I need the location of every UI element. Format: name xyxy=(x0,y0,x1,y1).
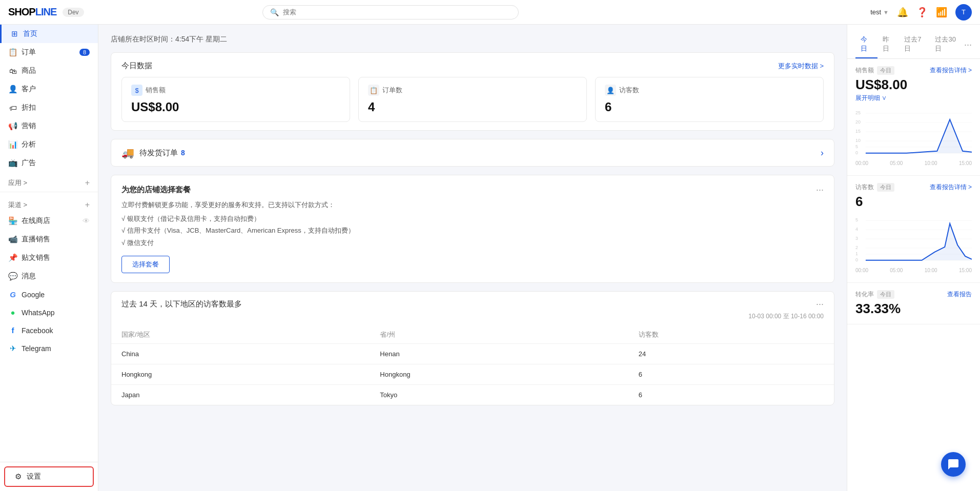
whatsapp-icon: ● xyxy=(8,308,17,317)
more-realtime-link[interactable]: 更多实时数据 > xyxy=(778,62,824,71)
settings-icon: ⚙ xyxy=(13,472,23,481)
row0-visitors: 24 xyxy=(628,344,834,364)
sidebar-label-live-sales: 直播销售 xyxy=(22,235,50,244)
sidebar-label-google: Google xyxy=(22,291,45,299)
plan-item-2: √ 微信支付 xyxy=(121,237,824,249)
plan-dots[interactable]: ··· xyxy=(816,185,824,195)
wifi-icon[interactable]: 📶 xyxy=(936,7,947,18)
visitor-header: 过去 14 天，以下地区的访客数最多 ··· xyxy=(111,292,834,310)
select-plan-btn[interactable]: 选择套餐 xyxy=(121,256,170,273)
rp-tab-7days[interactable]: 过去7日 xyxy=(899,31,930,58)
sidebar-item-live-sales[interactable]: 📹 直播销售 xyxy=(0,230,98,249)
stat-orders: 📋 订单数 4 xyxy=(358,77,587,122)
svg-marker-25 xyxy=(866,223,972,260)
sidebar-item-orders[interactable]: 📋 订单 8 xyxy=(0,43,98,62)
pending-orders-card[interactable]: 🚚 待发货订单 8 › xyxy=(111,139,834,167)
sidebar-label-whatsapp: WhatsApp xyxy=(22,309,55,317)
chat-fab-icon xyxy=(947,458,959,470)
stats-grid: $ 销售额 US$8.00 📋 订单数 4 👤 访客数 xyxy=(121,77,824,122)
rp-visitors-section: 访客数 今日 查看报告详情 > 6 5 4 3 2 1 0 xyxy=(847,176,980,283)
sidebar-label-marketing: 营销 xyxy=(22,121,36,131)
right-panel: 今日 昨日 过去7日 过去30日 ··· 销售额 今日 查看报告详情 > US$… xyxy=(847,25,980,491)
rp-tab-yesterday[interactable]: 昨日 xyxy=(877,31,900,58)
home-icon: ⊞ xyxy=(10,29,19,38)
rp-visitors-link[interactable]: 查看报告详情 > xyxy=(930,183,972,192)
table-row: China Henan 24 xyxy=(111,344,834,364)
sidebar-item-whatsapp[interactable]: ● WhatsApp xyxy=(0,303,98,321)
today-stats-card: 今日数据 更多实时数据 > $ 销售额 US$8.00 📋 订单数 4 xyxy=(111,52,834,131)
sidebar-item-customers[interactable]: 👤 客户 xyxy=(0,80,98,98)
sidebar-item-google[interactable]: G Google xyxy=(0,285,98,303)
analysis-icon: 📊 xyxy=(8,140,17,149)
visitor-dots[interactable]: ··· xyxy=(816,299,824,310)
sidebar-label-analysis: 分析 xyxy=(22,140,36,149)
live-sales-icon: 📹 xyxy=(8,235,17,244)
chat-fab-btn[interactable] xyxy=(941,452,966,477)
rp-sales-link[interactable]: 查看报告详情 > xyxy=(930,66,972,75)
channel-add-btn[interactable]: + xyxy=(85,200,90,210)
customers-icon: 👤 xyxy=(8,85,17,94)
col-visitors: 访客数 xyxy=(628,326,834,344)
rp-tab-more-icon[interactable]: ··· xyxy=(964,39,972,50)
sidebar-label-ads: 广告 xyxy=(22,158,36,168)
row0-country: China xyxy=(111,344,370,364)
avatar[interactable]: T xyxy=(955,4,972,21)
messages-icon: 💬 xyxy=(8,272,17,281)
truck-icon: 🚚 xyxy=(121,147,134,159)
svg-text:2: 2 xyxy=(855,245,858,250)
visitor-date: 10-03 00:00 至 10-16 00:00 xyxy=(748,313,824,320)
app-section: 应用 > + xyxy=(0,172,98,190)
question-icon[interactable]: ❓ xyxy=(916,7,928,18)
stat-sales-label: $ 销售额 xyxy=(131,85,340,96)
svg-text:4: 4 xyxy=(855,227,858,232)
col-state: 省/州 xyxy=(370,326,628,344)
sidebar-item-analysis[interactable]: 📊 分析 xyxy=(0,135,98,154)
orders-icon: 📋 xyxy=(8,48,17,57)
orders-badge: 8 xyxy=(79,49,90,56)
search-input[interactable] xyxy=(283,8,511,16)
logo: SHOPLINE xyxy=(8,6,56,18)
rp-tabs: 今日 昨日 过去7日 过去30日 ··· xyxy=(847,25,980,59)
svg-text:10: 10 xyxy=(855,138,861,143)
sidebar-label-customers: 客户 xyxy=(22,85,36,94)
sidebar-item-facebook[interactable]: f Facebook xyxy=(0,321,98,339)
rp-sales-badge: 今日 xyxy=(877,66,894,75)
row2-country: Japan xyxy=(111,385,370,405)
sidebar-item-telegram[interactable]: ✈ Telegram xyxy=(0,339,98,358)
rp-expand-btn[interactable]: 展开明细 ∨ xyxy=(855,94,972,103)
rp-conversion-value: 33.33% xyxy=(855,301,972,317)
rp-tab-today[interactable]: 今日 xyxy=(855,31,877,58)
sidebar-item-post-sales[interactable]: 📌 贴文销售 xyxy=(0,249,98,267)
sidebar-item-discounts[interactable]: 🏷 折扣 xyxy=(0,98,98,117)
sidebar-item-settings[interactable]: ⚙ 设置 xyxy=(4,466,94,487)
post-sales-icon: 📌 xyxy=(8,253,17,262)
facebook-icon: f xyxy=(8,326,17,335)
topnav: SHOPLINE Dev 🔍 test ▼ 🔔 ❓ 📶 T xyxy=(0,0,980,25)
sidebar-label-telegram: Telegram xyxy=(22,344,51,353)
svg-marker-12 xyxy=(866,119,972,153)
sidebar-label-home: 首页 xyxy=(23,29,37,38)
sidebar-item-online-shop[interactable]: 🏪 在线商店 👁 xyxy=(0,212,98,230)
sidebar-label-discounts: 折扣 xyxy=(22,103,36,112)
sidebar-item-ads[interactable]: 📺 广告 xyxy=(0,154,98,172)
visitor-card: 过去 14 天，以下地区的访客数最多 ··· 10-03 00:00 至 10-… xyxy=(111,291,834,405)
rp-tab-30days[interactable]: 过去30日 xyxy=(930,31,964,58)
discounts-icon: 🏷 xyxy=(8,104,17,112)
sidebar-item-marketing[interactable]: 📢 营销 xyxy=(0,117,98,135)
sidebar-item-home[interactable]: ⊞ 首页 xyxy=(0,25,98,43)
rp-sales-section: 销售额 今日 查看报告详情 > US$8.00 展开明细 ∨ .chart-li… xyxy=(847,59,980,176)
app-add-btn[interactable]: + xyxy=(85,178,90,188)
ads-icon: 📺 xyxy=(8,158,17,168)
online-shop-icon: 🏪 xyxy=(8,216,17,226)
stat-visitors-value: 6 xyxy=(605,100,814,114)
sidebar-item-products[interactable]: 🛍 商品 xyxy=(0,62,98,80)
sidebar-item-messages[interactable]: 💬 消息 xyxy=(0,267,98,285)
eye-icon[interactable]: 👁 xyxy=(83,217,90,225)
today-stats-title: 今日数据 xyxy=(121,61,152,71)
bell-icon[interactable]: 🔔 xyxy=(897,7,908,18)
rp-conversion-link[interactable]: 查看报告 xyxy=(947,290,972,299)
sidebar-label-products: 商品 xyxy=(22,66,36,75)
row2-state: Tokyo xyxy=(370,385,628,405)
row1-state: Hongkong xyxy=(370,364,628,385)
products-icon: 🛍 xyxy=(8,67,17,75)
